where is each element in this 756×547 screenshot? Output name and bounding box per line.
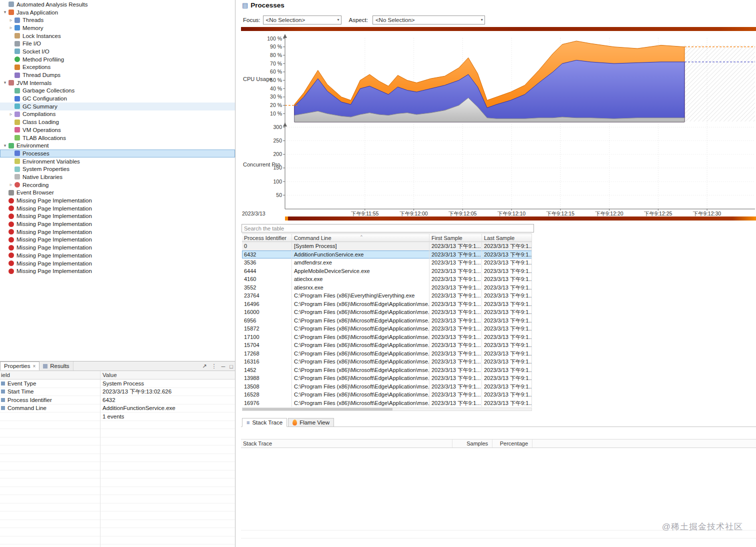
table-row[interactable]: 16000C:\Program Files (x86)\Microsoft\Ed… <box>242 308 532 316</box>
tab-stack-trace[interactable]: ≡ Stack Trace <box>242 418 287 427</box>
column-header-command-line[interactable]: Command Line ^ <box>292 234 430 242</box>
sidebar-item-missing-page[interactable]: Missing Page Implementation <box>0 204 235 212</box>
sidebar-item-missing-page[interactable]: Missing Page Implementation <box>0 228 235 236</box>
tree-expanded-arrow[interactable]: ▾ <box>2 79 8 86</box>
properties-empty-row <box>0 438 235 446</box>
svg-text:100: 100 <box>273 178 282 184</box>
sidebar-item-socket-io[interactable]: Socket I/O <box>0 48 235 56</box>
table-row[interactable]: 3552atiesrxx.exe2023/3/13 下午9:1...2023/3… <box>242 284 532 292</box>
table-row[interactable]: 16528C:\Program Files (x86)\Microsoft\Ed… <box>242 390 532 399</box>
sidebar-item-gc-summary[interactable]: GC Summary <box>0 102 235 110</box>
sidebar-item-environment-variables[interactable]: Environment Variables <box>0 158 235 166</box>
column-header-stack-trace[interactable]: Stack Trace <box>241 440 452 448</box>
close-icon[interactable]: × <box>32 364 36 369</box>
tab-properties[interactable]: Properties × <box>0 362 40 370</box>
column-header-process-identifier[interactable]: Process Identifier <box>242 234 292 242</box>
table-horizontal-scrollbar[interactable] <box>242 408 532 411</box>
sidebar-item-recording[interactable]: ▹Recording <box>0 181 235 189</box>
sidebar-item-file-io[interactable]: File I/O <box>0 40 235 48</box>
table-row[interactable]: 6432AdditionFunctionService.exe2023/3/13… <box>242 250 532 259</box>
sidebar-item-lock-instances[interactable]: Lock Instances <box>0 32 235 40</box>
properties-row[interactable]: Command LineAdditionFunctionService.exe <box>0 404 235 413</box>
table-row[interactable]: 17100C:\Program Files (x86)\Microsoft\Ed… <box>242 333 532 342</box>
table-row[interactable]: 6956C:\Program Files (x86)\Microsoft\Edg… <box>242 316 532 325</box>
sidebar-item-native-libraries[interactable]: Native Libraries <box>0 173 235 181</box>
table-row[interactable]: 0[System Process]2023/3/13 下午9:1...2023/… <box>242 242 532 250</box>
sidebar-item-processes[interactable]: Processes <box>0 150 235 158</box>
column-header-percentage[interactable]: Percentage <box>492 440 532 448</box>
field-column-header[interactable]: ield <box>1 372 10 378</box>
minimize-icon[interactable]: ─ <box>222 364 226 370</box>
properties-column-divider[interactable] <box>100 371 100 547</box>
sidebar-item-vm-operations[interactable]: VM Operations <box>0 126 235 134</box>
tree-collapsed-arrow[interactable]: ▹ <box>8 181 14 188</box>
table-row[interactable]: 13988C:\Program Files (x86)\Microsoft\Ed… <box>242 374 532 382</box>
command-line-cell: amdfendrsr.exe <box>292 258 430 267</box>
sidebar-item-missing-page[interactable]: Missing Page Implementation <box>0 252 235 260</box>
tab-results[interactable]: Results <box>40 362 73 370</box>
sidebar-item-system-properties[interactable]: System Properties <box>0 165 235 173</box>
tree-collapsed-arrow[interactable]: ▹ <box>8 24 14 32</box>
table-row[interactable]: 3536amdfendrsr.exe2023/3/13 下午9:1...2023… <box>242 258 532 267</box>
tree-expanded-arrow[interactable]: ▾ <box>2 142 8 150</box>
sidebar-item-gc-configuration[interactable]: GC Configuration <box>0 94 235 102</box>
table-row[interactable]: 16316C:\Program Files (x86)\Microsoft\Ed… <box>242 358 532 366</box>
table-row[interactable]: 15704C:\Program Files (x86)\Microsoft\Ed… <box>242 341 532 350</box>
svg-text:10 %: 10 % <box>270 110 282 116</box>
sidebar-item-thread-dumps[interactable]: Thread Dumps <box>0 71 235 79</box>
sidebar-item-missing-page[interactable]: Missing Page Implementation <box>0 212 235 220</box>
sidebar-item-event-browser[interactable]: Event Browser <box>0 189 235 197</box>
column-header-samples[interactable]: Samples <box>452 440 492 448</box>
properties-row[interactable]: 1 events <box>0 412 235 421</box>
value-column-header[interactable]: Value <box>102 372 117 378</box>
aspect-dropdown[interactable]: <No Selection> ▾ <box>372 16 485 24</box>
table-row[interactable]: 16976C:\Program Files (x86)\Microsoft\Ed… <box>242 399 532 408</box>
sidebar-item-missing-page[interactable]: Missing Page Implementation <box>0 196 235 204</box>
sidebar-item-missing-page[interactable]: Missing Page Implementation <box>0 260 235 268</box>
table-row[interactable]: 6444AppleMobileDeviceService.exe2023/3/1… <box>242 267 532 276</box>
sidebar-item-missing-page[interactable]: Missing Page Implementation <box>0 236 235 244</box>
sidebar-item-memory[interactable]: ▹Memory <box>0 24 235 32</box>
focus-dropdown[interactable]: <No Selection> ▾ <box>263 16 342 24</box>
view-menu-icon[interactable]: ⋮ <box>212 363 217 370</box>
maximize-icon[interactable]: □ <box>230 364 233 370</box>
sidebar-item-java-application[interactable]: ▾Java Application <box>0 8 235 16</box>
table-row[interactable]: 16496C:\Program Files (x86)\Microsoft\Ed… <box>242 300 532 308</box>
sidebar-item-tlab-allocations[interactable]: TLAB Allocations <box>0 134 235 142</box>
column-header-first-sample[interactable]: First Sample <box>430 234 482 242</box>
sidebar-item-method-profiling[interactable]: Method Profiling <box>0 56 235 64</box>
sidebar-item-class-loading[interactable]: Class Loading <box>0 118 235 126</box>
sidebar-item-garbage-collections[interactable]: Garbage Collections <box>0 87 235 95</box>
search-input[interactable] <box>242 224 534 232</box>
table-row[interactable]: 1452C:\Program Files (x86)\Microsoft\Edg… <box>242 366 532 374</box>
scrollbar-thumb[interactable] <box>242 408 392 410</box>
table-row[interactable]: 15872C:\Program Files (x86)\Microsoft\Ed… <box>242 324 532 333</box>
table-row[interactable]: 4160atieclxx.exe2023/3/13 下午9:1...2023/3… <box>242 275 532 284</box>
sidebar-item-exceptions[interactable]: Exceptions <box>0 64 235 72</box>
tab-flame-view[interactable]: Flame View <box>288 418 334 427</box>
tree-collapsed-arrow[interactable]: ▹ <box>8 110 14 118</box>
sidebar-item-missing-page[interactable]: Missing Page Implementation <box>0 244 235 252</box>
sidebar-item-threads[interactable]: ▹Threads <box>0 16 235 24</box>
tree-expanded-arrow[interactable]: ▾ <box>2 8 8 16</box>
vertical-splitter[interactable] <box>235 0 236 547</box>
table-row[interactable]: 23764C:\Program Files (x86)\Everything\E… <box>242 292 532 300</box>
sidebar-item-automated-analysis[interactable]: Automated Analysis Results <box>0 0 235 8</box>
properties-row[interactable]: Process Identifier6432 <box>0 396 235 404</box>
processes-chart[interactable]: 100 %90 %80 %70 %60 %50 %40 %30 %20 %10 … <box>241 31 756 216</box>
properties-row[interactable]: Event TypeSystem Process <box>0 380 235 388</box>
sidebar-item-compilations[interactable]: ▹Compilations <box>0 110 235 118</box>
tree-collapsed-arrow[interactable]: ▹ <box>8 16 14 24</box>
column-header-last-sample[interactable]: Last Sample <box>482 234 532 242</box>
sidebar-item-environment[interactable]: ▾Environment <box>0 142 235 150</box>
last-sample-cell: 2023/3/13 下午9:1... <box>482 382 532 391</box>
sidebar-item-missing-page[interactable]: Missing Page Implementation <box>0 220 235 228</box>
time-range-selector-top[interactable] <box>241 27 756 31</box>
table-row[interactable]: 17268C:\Program Files (x86)\Microsoft\Ed… <box>242 350 532 358</box>
properties-row[interactable]: Start Time2023/3/13 下午9:13:02.626 <box>0 388 235 396</box>
table-row[interactable]: 13508C:\Program Files (x86)\Microsoft\Ed… <box>242 382 532 391</box>
open-in-new-window-icon[interactable]: ↗ <box>202 363 206 370</box>
sidebar-item-jvm-internals[interactable]: ▾JVM Internals <box>0 79 235 87</box>
sidebar-item-missing-page[interactable]: Missing Page Implementation <box>0 267 235 275</box>
time-range-selector-bottom[interactable] <box>285 216 756 220</box>
